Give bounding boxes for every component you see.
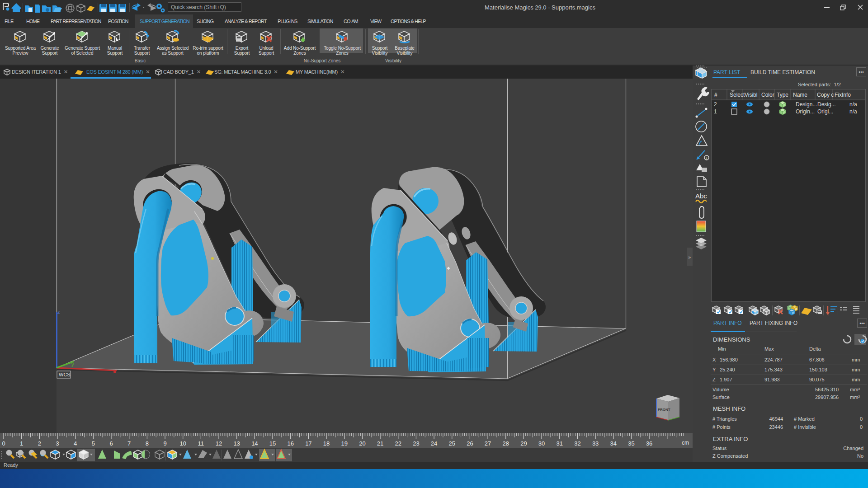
svg-text:25: 25 bbox=[449, 440, 455, 447]
svg-text:7: 7 bbox=[127, 440, 131, 447]
svg-text:12: 12 bbox=[216, 440, 222, 447]
svg-text:16: 16 bbox=[287, 440, 293, 447]
svg-text:Visibl: Visibl bbox=[745, 92, 757, 98]
svg-text:15: 15 bbox=[269, 440, 276, 447]
svg-text:Desig...: Desig... bbox=[817, 101, 836, 108]
svg-text:20: 20 bbox=[359, 440, 365, 447]
svg-text:13: 13 bbox=[233, 440, 240, 447]
svg-text:2: 2 bbox=[714, 101, 717, 108]
svg-text:z: z bbox=[57, 309, 60, 314]
svg-text:14: 14 bbox=[251, 440, 258, 447]
svg-text:9: 9 bbox=[163, 440, 166, 447]
svg-text:WCS: WCS bbox=[59, 372, 71, 377]
svg-text:Origi...: Origi... bbox=[817, 108, 833, 115]
svg-text:11: 11 bbox=[198, 440, 204, 447]
svg-text:Origin...: Origin... bbox=[796, 108, 815, 115]
svg-text:0: 0 bbox=[2, 440, 5, 447]
svg-text:30: 30 bbox=[538, 440, 545, 447]
svg-text:#: # bbox=[714, 92, 717, 98]
svg-text:26: 26 bbox=[467, 440, 473, 447]
svg-text:27: 27 bbox=[485, 440, 491, 447]
svg-text:FRONT: FRONT bbox=[658, 408, 670, 412]
svg-text:31: 31 bbox=[557, 440, 563, 447]
svg-text:21: 21 bbox=[377, 440, 383, 447]
svg-text:y: y bbox=[71, 361, 74, 367]
svg-text:Design...: Design... bbox=[796, 101, 817, 108]
svg-text:Abc: Abc bbox=[695, 192, 707, 200]
svg-text:1: 1 bbox=[20, 440, 23, 447]
svg-text:Name: Name bbox=[793, 92, 807, 98]
svg-text:6: 6 bbox=[109, 440, 113, 447]
svg-text:2: 2 bbox=[38, 440, 41, 447]
svg-text:i: i bbox=[706, 156, 707, 160]
svg-text:17: 17 bbox=[305, 440, 311, 447]
svg-text:Type: Type bbox=[777, 92, 788, 98]
svg-text:1: 1 bbox=[714, 108, 717, 115]
svg-text:3: 3 bbox=[56, 440, 59, 447]
svg-text:24: 24 bbox=[431, 440, 437, 447]
svg-text:19: 19 bbox=[341, 440, 347, 447]
svg-text:»: » bbox=[688, 254, 691, 260]
svg-text:8: 8 bbox=[146, 440, 149, 447]
svg-text:10: 10 bbox=[179, 440, 186, 447]
svg-text:n/a: n/a bbox=[849, 101, 857, 108]
svg-text:22: 22 bbox=[395, 440, 401, 447]
svg-text:29: 29 bbox=[520, 440, 527, 447]
svg-text:34: 34 bbox=[610, 440, 617, 447]
svg-text:FixInfo: FixInfo bbox=[835, 92, 851, 98]
svg-text:5: 5 bbox=[92, 440, 95, 447]
svg-text:Color: Color bbox=[761, 92, 774, 98]
svg-text:4: 4 bbox=[74, 440, 77, 447]
svg-text:28: 28 bbox=[503, 440, 509, 447]
svg-text:n/a: n/a bbox=[849, 108, 857, 115]
svg-text:35: 35 bbox=[628, 440, 634, 447]
svg-text:32: 32 bbox=[574, 440, 580, 447]
svg-text:cm: cm bbox=[682, 440, 689, 446]
svg-text:18: 18 bbox=[323, 440, 330, 447]
svg-text:36: 36 bbox=[646, 440, 652, 447]
svg-text:23: 23 bbox=[413, 440, 419, 447]
svg-text:33: 33 bbox=[592, 440, 599, 447]
svg-text:Select: Select bbox=[730, 92, 745, 98]
svg-text:Copy c: Copy c bbox=[817, 92, 834, 98]
